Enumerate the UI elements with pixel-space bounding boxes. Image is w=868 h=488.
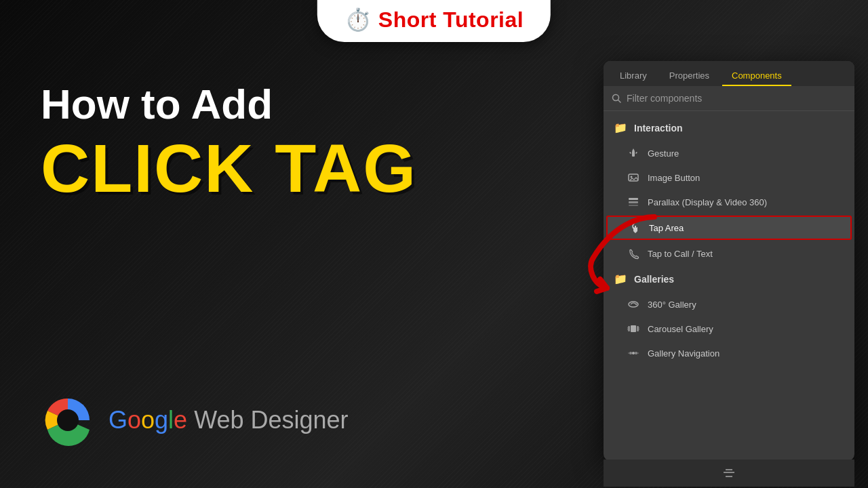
- carousel-icon: [627, 323, 639, 335]
- svg-rect-9: [629, 205, 638, 206]
- letter-o2: o: [141, 406, 155, 434]
- 360-gallery-icon: [627, 298, 639, 310]
- timer-icon: ⏱️: [344, 7, 372, 33]
- heading-line1: How to Add: [41, 81, 417, 127]
- svg-rect-7: [629, 198, 638, 200]
- svg-point-18: [637, 352, 639, 354]
- tab-components[interactable]: Components: [722, 66, 791, 86]
- gallery-nav-label: Gallery Navigation: [648, 348, 719, 359]
- 360-gallery-label: 360° Gallery: [648, 300, 696, 310]
- parallax-icon: [627, 196, 639, 208]
- parallax-label: Parallax (Display & Video 360): [648, 197, 767, 207]
- panel-footer-icon: [722, 466, 736, 480]
- tab-properties[interactable]: Properties: [660, 66, 719, 86]
- svg-point-6: [631, 176, 633, 178]
- image-button-label: Image Button: [648, 173, 700, 183]
- letter-g2: g: [155, 406, 168, 434]
- gesture-icon: [627, 147, 639, 159]
- gesture-label: Gesture: [648, 148, 679, 159]
- item-gallery-nav[interactable]: Gallery Navigation: [604, 341, 854, 365]
- svg-line-3: [618, 100, 621, 103]
- badge-container: ⏱️ Short Tutorial: [317, 0, 551, 42]
- svg-point-1: [57, 409, 79, 431]
- search-icon: [612, 94, 621, 103]
- letter-l: l: [168, 406, 174, 434]
- folder-icon: 📁: [614, 121, 627, 134]
- panel-footer: [604, 460, 854, 487]
- left-content: How to Add CLICK TAG: [41, 81, 417, 229]
- svg-point-16: [635, 352, 637, 354]
- svg-point-17: [628, 352, 629, 354]
- tab-library[interactable]: Library: [610, 66, 656, 86]
- svg-point-14: [629, 352, 632, 354]
- item-image-button[interactable]: Image Button: [604, 165, 854, 190]
- arrow-svg: [559, 210, 668, 298]
- carousel-gallery-label: Carousel Gallery: [648, 324, 713, 334]
- section-interaction: 📁 Interaction: [604, 115, 854, 141]
- letter-e: e: [174, 406, 187, 434]
- search-bar: Filter components: [604, 86, 854, 111]
- gallery-nav-icon: [627, 347, 639, 359]
- section-interaction-label: Interaction: [634, 123, 683, 134]
- web-designer-text: Web Designer: [187, 406, 348, 434]
- svg-point-15: [632, 352, 635, 354]
- google-icon: [41, 393, 95, 447]
- heading-line2: CLICK TAG: [41, 134, 417, 202]
- svg-rect-20: [726, 469, 732, 470]
- svg-rect-21: [726, 476, 732, 477]
- gwd-name-text: Google Web Designer: [108, 406, 349, 434]
- svg-rect-8: [629, 201, 638, 203]
- image-button-icon: [627, 171, 639, 184]
- item-gesture[interactable]: Gesture: [604, 141, 854, 165]
- letter-g: G: [108, 406, 127, 434]
- badge: ⏱️ Short Tutorial: [317, 0, 551, 42]
- svg-rect-4: [632, 151, 635, 157]
- arrow-annotation: [559, 210, 641, 278]
- gwd-logo: Google Web Designer: [41, 393, 349, 447]
- search-placeholder[interactable]: Filter components: [627, 93, 702, 104]
- panel-tabs: Library Properties Components: [604, 61, 854, 86]
- item-carousel-gallery[interactable]: Carousel Gallery: [604, 317, 854, 341]
- svg-rect-19: [724, 472, 734, 473]
- svg-point-10: [629, 302, 638, 307]
- letter-o1: o: [127, 406, 141, 434]
- svg-rect-12: [631, 325, 636, 332]
- badge-label: Short Tutorial: [378, 7, 524, 33]
